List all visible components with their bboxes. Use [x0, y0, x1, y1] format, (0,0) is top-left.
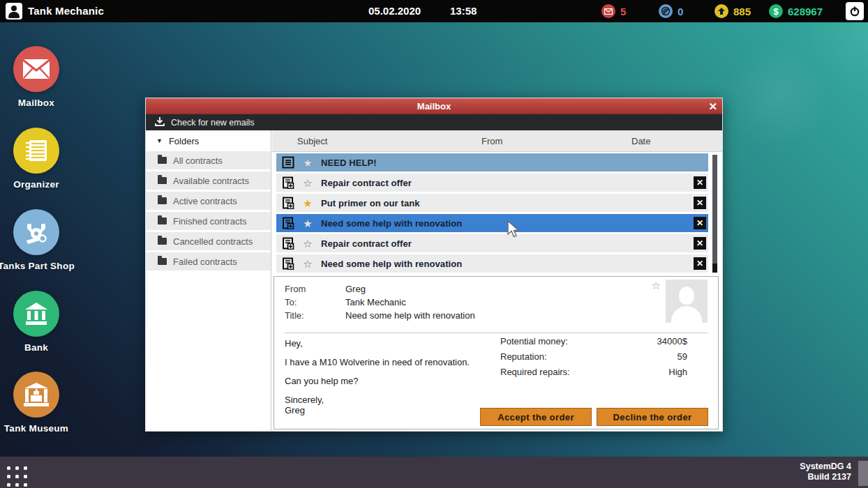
star-icon[interactable]: ☆: [302, 178, 313, 188]
email-list: ★ NEED HELP! ☆ Repair contract offer ✕ ★…: [276, 153, 708, 275]
email-row[interactable]: ☆ Repair contract offer ✕: [276, 234, 708, 252]
delete-email-button[interactable]: ✕: [694, 197, 706, 209]
window-titlebar[interactable]: Mailbox ✕: [146, 98, 722, 114]
email-row[interactable]: ☆ Repair contract offer ✕: [276, 174, 708, 192]
delete-email-button[interactable]: ✕: [694, 237, 706, 250]
stat-value: High: [668, 367, 687, 377]
contract-icon: [282, 257, 294, 270]
stat-label: Reputation:: [500, 351, 547, 362]
star-icon[interactable]: ☆: [302, 238, 313, 249]
folders-sidebar: ▼ Folders All contracts Available contra…: [146, 130, 271, 431]
system-name: SystemDG 4: [800, 462, 851, 472]
email-row[interactable]: ★ NEED HELP!: [276, 153, 708, 171]
wheel-icon: [659, 4, 673, 18]
desktop-icon-tanks-part-shop[interactable]: Tanks Part Shop: [0, 209, 78, 271]
taskbar-edge-button[interactable]: [858, 461, 868, 486]
column-from[interactable]: From: [481, 136, 502, 146]
desktop-icon-organizer[interactable]: Organizer: [0, 128, 78, 190]
star-icon[interactable]: ★: [302, 218, 313, 229]
dollar-icon: $: [769, 4, 783, 18]
desktop-icon-mailbox[interactable]: Mailbox: [0, 46, 78, 108]
decline-order-button[interactable]: Decline the order: [597, 408, 708, 426]
folder-icon: [158, 218, 167, 224]
folder-label: Active contracts: [173, 196, 237, 206]
window-title: Mailbox: [417, 101, 451, 112]
system-version-info: SystemDG 4 Build 2137: [800, 462, 851, 482]
accept-order-button[interactable]: Accept the order: [480, 408, 592, 426]
desktop-icon-tank-museum[interactable]: Tank Museum: [0, 372, 78, 434]
profile-icon[interactable]: [6, 3, 22, 20]
contract-stats: Potential money:34000$ Reputation:59 Req…: [500, 336, 687, 382]
system-build: Build 2137: [800, 472, 851, 482]
parts-badge[interactable]: 0: [659, 4, 683, 18]
desktop-icon-label: Tanks Part Shop: [0, 261, 78, 271]
email-subject: Put primer on our tank: [321, 198, 420, 208]
title-label: Title:: [285, 310, 345, 321]
desktop-background: Mailbox Organizer Tanks Part Shop Bank T…: [0, 22, 868, 457]
scrollbar-thumb[interactable]: [712, 264, 717, 273]
folder-label: Failed contracts: [173, 257, 237, 267]
app-launcher-icon[interactable]: [7, 466, 27, 487]
folders-header[interactable]: ▼ Folders: [146, 130, 271, 151]
desktop-icon-label: Organizer: [0, 179, 78, 190]
folder-item-all-contracts[interactable]: All contracts: [146, 151, 271, 169]
email-subject: Repair contract offer: [321, 178, 412, 188]
folder-item-cancelled-contracts[interactable]: Cancelled contracts: [146, 232, 271, 250]
person-head-icon: [11, 6, 17, 11]
email-body: Hey, I have a M10 Wolverine in need of r…: [285, 338, 494, 424]
window-close-button[interactable]: ✕: [708, 100, 717, 113]
email-row[interactable]: ★ Put primer on our tank ✕: [276, 194, 708, 212]
money-count: 628967: [788, 6, 823, 17]
folder-item-failed-contracts[interactable]: Failed contracts: [146, 252, 271, 270]
folder-item-active-contracts[interactable]: Active contracts: [146, 192, 271, 210]
email-list-header: Subject From Date: [272, 130, 722, 152]
email-row-selected[interactable]: ★ Need some help with renovation ✕: [276, 214, 708, 232]
folder-item-available-contracts[interactable]: Available contracts: [146, 171, 271, 190]
folder-icon: [158, 197, 167, 204]
star-icon[interactable]: ★: [302, 158, 313, 168]
mail-badge[interactable]: 5: [601, 4, 626, 18]
column-subject[interactable]: Subject: [297, 136, 327, 146]
download-icon: [155, 116, 165, 129]
money-badge[interactable]: $ 628967: [769, 4, 823, 18]
star-icon[interactable]: ★: [302, 198, 313, 208]
sender-avatar: [666, 280, 708, 323]
email-subject: Repair contract offer: [321, 238, 412, 249]
mail-main-pane: Subject From Date ★ NEED HELP! ☆ Repair …: [272, 130, 722, 431]
delete-email-button[interactable]: ✕: [694, 176, 706, 189]
to-label: To:: [285, 297, 345, 307]
folder-item-finished-contracts[interactable]: Finished contracts: [146, 212, 271, 230]
email-row[interactable]: ☆ Need some help with renovation ✕: [276, 254, 708, 273]
reputation-badge[interactable]: 885: [714, 4, 751, 18]
contract-icon: [282, 197, 294, 209]
folder-label: All contracts: [173, 155, 223, 166]
folder-icon: [158, 177, 167, 184]
mailbox-toolbar: Check for new emails: [146, 114, 722, 130]
folder-icon: [158, 258, 167, 265]
delete-email-button[interactable]: ✕: [694, 257, 706, 270]
power-button[interactable]: [846, 2, 864, 20]
parts-count: 0: [678, 6, 683, 17]
email-meta: FromGreg To:Tank Mechanic Title:Need som…: [285, 282, 475, 322]
time-display: 13:58: [450, 5, 477, 17]
email-list-scrollbar[interactable]: [712, 155, 717, 273]
mailbox-envelope-icon: [13, 46, 59, 92]
star-icon[interactable]: ☆: [302, 259, 313, 269]
column-date[interactable]: Date: [631, 136, 650, 146]
check-for-new-emails-button[interactable]: Check for new emails: [171, 118, 255, 128]
folder-label: Cancelled contracts: [173, 236, 253, 247]
body-paragraph: Sincerely, Greg: [285, 395, 494, 415]
to-value: Tank Mechanic: [345, 297, 406, 307]
email-detail-pane: FromGreg To:Tank Mechanic Title:Need som…: [274, 276, 719, 429]
avatar-head: [679, 287, 694, 305]
delete-email-button[interactable]: ✕: [694, 217, 706, 229]
from-label: From: [285, 284, 345, 294]
contract-icon: [282, 237, 294, 250]
rank-up-icon: [714, 4, 728, 18]
stat-value: 59: [678, 351, 687, 362]
mouse-cursor: [507, 220, 521, 238]
stat-label: Potential money:: [500, 336, 568, 346]
desktop-icon-bank[interactable]: Bank: [0, 291, 78, 353]
order-buttons: Accept the order Decline the order: [480, 408, 708, 426]
favorite-star-icon[interactable]: ☆: [652, 280, 661, 292]
